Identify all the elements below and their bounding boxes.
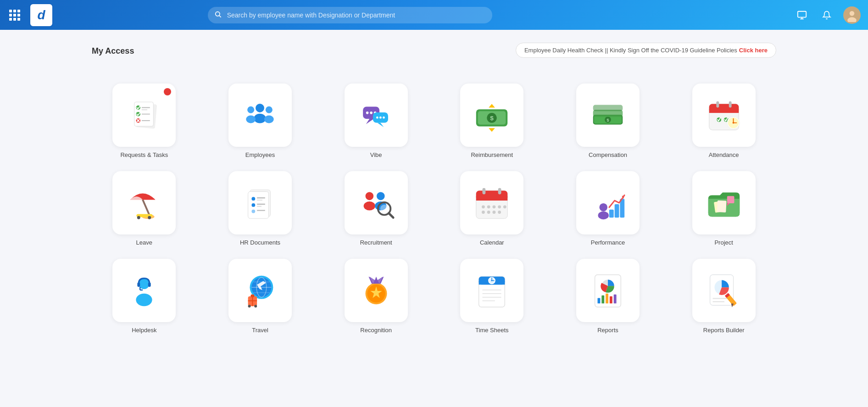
module-label-reports-builder: Reports Builder — [703, 327, 745, 334]
top-bar: My Access Employee Daily Health Check ||… — [92, 43, 776, 71]
module-recruitment[interactable]: Recruitment — [323, 171, 428, 246]
search-icon — [214, 11, 222, 20]
module-requests-tasks[interactable]: Requests & Tasks — [92, 84, 197, 158]
module-hr-documents[interactable]: HR Documents — [208, 171, 313, 246]
svg-rect-104 — [138, 282, 140, 287]
module-label-requests-tasks: Requests & Tasks — [120, 151, 168, 158]
svg-point-91 — [498, 211, 501, 214]
module-leave[interactable]: Leave — [92, 171, 197, 246]
svg-rect-101 — [727, 196, 734, 203]
svg-rect-95 — [609, 210, 614, 218]
svg-point-21 — [248, 106, 255, 113]
svg-text:$: $ — [606, 117, 609, 123]
module-reports[interactable]: Reports — [556, 259, 661, 334]
module-label-time-sheets: Time Sheets — [475, 327, 509, 334]
reports-icon — [587, 270, 629, 311]
svg-point-60 — [137, 216, 140, 219]
svg-line-77 — [389, 213, 393, 217]
svg-point-88 — [482, 211, 485, 214]
monitor-icon-button[interactable] — [794, 7, 810, 23]
recognition-icon — [356, 270, 397, 311]
svg-point-32 — [376, 116, 378, 118]
svg-rect-105 — [148, 282, 151, 287]
module-calendar[interactable]: Calendar — [440, 171, 545, 246]
project-icon — [703, 182, 745, 223]
module-helpdesk[interactable]: Helpdesk — [92, 259, 197, 334]
svg-point-24 — [264, 115, 274, 123]
module-recognition[interactable]: Recognition — [323, 259, 428, 334]
module-compensation[interactable]: $ Compensation — [556, 84, 661, 158]
reimbursement-icon: $ — [471, 95, 512, 136]
svg-point-85 — [487, 205, 490, 208]
module-label-attendance: Attendance — [709, 151, 739, 158]
helpdesk-icon — [123, 270, 165, 311]
recruitment-icon — [356, 182, 397, 223]
svg-point-19 — [256, 104, 265, 112]
travel-icon — [239, 270, 281, 311]
module-time-sheets[interactable]: Time Sheets — [440, 259, 545, 334]
module-label-performance: Performance — [591, 239, 625, 246]
module-label-project: Project — [714, 239, 733, 246]
search-bar — [208, 7, 492, 23]
svg-point-78 — [380, 205, 388, 213]
module-reimbursement[interactable]: $ Reimbursement — [440, 84, 545, 158]
leave-icon — [123, 182, 165, 223]
section-title: My Access — [92, 46, 134, 56]
svg-rect-2 — [798, 11, 806, 17]
svg-point-108 — [136, 294, 152, 306]
svg-text:$: $ — [490, 115, 494, 122]
svg-point-23 — [266, 106, 273, 113]
svg-point-67 — [251, 203, 255, 207]
module-project[interactable]: Project — [671, 171, 776, 246]
module-label-helpdesk: Helpdesk — [132, 327, 156, 334]
app-header: d — [0, 0, 868, 30]
reports-builder-icon — [703, 270, 745, 311]
module-employees[interactable]: Employees — [208, 84, 313, 158]
svg-rect-141 — [601, 295, 604, 304]
grid-menu-icon[interactable] — [7, 8, 22, 22]
modules-grid: Requests & Tasks — [92, 84, 776, 334]
svg-point-90 — [493, 211, 496, 214]
svg-point-0 — [215, 11, 219, 16]
svg-marker-31 — [377, 123, 384, 127]
svg-rect-143 — [610, 296, 612, 304]
calendar-icon — [471, 182, 512, 223]
module-label-recognition: Recognition — [360, 327, 392, 334]
module-vibe[interactable]: Vibe — [323, 84, 428, 158]
svg-point-70 — [251, 210, 255, 213]
svg-point-74 — [377, 192, 385, 201]
time-sheets-icon — [471, 270, 512, 311]
svg-point-61 — [148, 216, 151, 219]
search-input[interactable] — [208, 7, 492, 23]
header-actions — [794, 6, 861, 24]
svg-point-119 — [248, 305, 251, 307]
module-attendance[interactable]: Attendance — [671, 84, 776, 158]
app-logo[interactable]: d — [29, 3, 53, 27]
svg-rect-82 — [483, 188, 486, 195]
svg-line-57 — [143, 200, 150, 216]
svg-point-6 — [850, 11, 855, 16]
module-label-travel: Travel — [252, 327, 268, 334]
module-label-reimbursement: Reimbursement — [471, 151, 513, 158]
module-performance[interactable]: Performance — [556, 171, 661, 246]
health-banner[interactable]: Employee Daily Health Check || Kindly Si… — [516, 43, 776, 58]
svg-line-1 — [219, 16, 221, 17]
svg-rect-83 — [498, 188, 501, 195]
module-reports-builder[interactable]: Reports Builder — [671, 259, 776, 334]
module-travel[interactable]: Travel — [208, 259, 313, 334]
employees-icon — [239, 95, 281, 136]
requests-tasks-icon — [123, 95, 165, 136]
module-label-compensation: Compensation — [589, 151, 627, 158]
svg-point-33 — [379, 116, 382, 118]
svg-point-92 — [503, 205, 506, 208]
svg-point-120 — [254, 305, 257, 307]
notification-bell-button[interactable] — [818, 7, 835, 23]
svg-point-86 — [493, 205, 496, 208]
svg-point-73 — [363, 201, 375, 211]
user-avatar[interactable] — [843, 6, 861, 24]
module-label-recruitment: Recruitment — [360, 239, 392, 246]
svg-point-64 — [251, 197, 255, 201]
vibe-icon — [356, 95, 397, 136]
svg-rect-44 — [593, 105, 623, 112]
svg-point-87 — [498, 205, 501, 208]
